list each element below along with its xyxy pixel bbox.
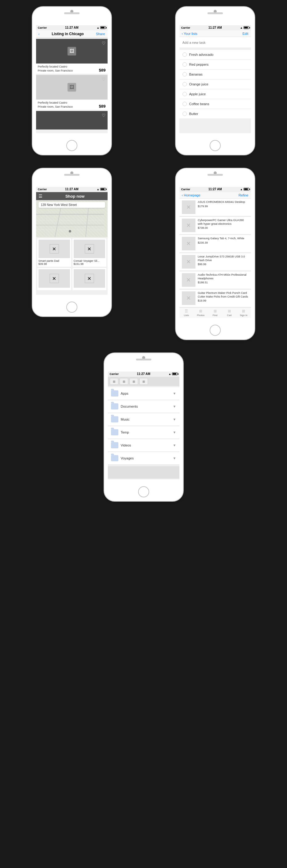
list-item-4[interactable]: Apple juice — [180, 89, 251, 99]
folder-name-videos: Videos — [121, 443, 131, 447]
carrier-text: Carrier — [38, 26, 47, 29]
heart-button-3[interactable]: ♡ — [102, 113, 106, 118]
listing-name-1: Perfectly located Castro — [38, 65, 73, 69]
shop-item-3[interactable]: ✕ Lexar JumpDrive S73 256GB USB 3.0 Flas… — [180, 253, 251, 271]
add-task-input[interactable] — [183, 41, 248, 44]
status-icons-2: ▲ — [240, 26, 249, 29]
file-tool-btn-2[interactable]: ⊞ — [129, 378, 138, 385]
product-card-2[interactable]: ✕ — [37, 268, 71, 290]
shop-item-info-0: ASUS CHROMEBOX-M004U Desktop $179.99 — [198, 200, 249, 208]
list-item-0[interactable]: Fresh advocado — [180, 50, 251, 59]
checkbox-0[interactable] — [183, 53, 187, 57]
heart-button-2[interactable]: ♡ — [102, 77, 106, 82]
chevron-videos: ▼ — [173, 443, 176, 447]
item-label-2: Bananas — [189, 72, 202, 76]
refine-button[interactable]: Refine — [238, 193, 249, 197]
shop-item-info-5: Guitar Plectrum Maker Pick Punch Card Cu… — [198, 291, 249, 302]
folder-icon-documents — [111, 403, 118, 409]
shop-item-img-4: ✕ — [182, 273, 195, 287]
shop-item-name-1: CyberpowerPC Gamer Ultra GUA390 with hyp… — [198, 219, 249, 226]
list-item-2[interactable]: Bananas — [180, 70, 251, 79]
carrier-text-2: Carrier — [181, 26, 191, 29]
wifi-icon-4: ▲ — [240, 188, 243, 191]
folder-documents[interactable]: Documents ▼ — [108, 400, 180, 412]
shop-item-5[interactable]: ✕ Guitar Plectrum Maker Pick Punch Card … — [180, 289, 251, 307]
list-item-1[interactable]: Red peppers — [180, 60, 251, 69]
folder-temp-left: Temp — [111, 429, 129, 435]
share-button[interactable]: Share — [96, 32, 105, 36]
checkbox-2[interactable] — [183, 72, 187, 76]
back-button-4[interactable]: ‹ Homepage — [182, 193, 201, 197]
add-task-row[interactable] — [180, 37, 251, 48]
back-button[interactable]: ‹ — [38, 32, 40, 36]
checkbox-4[interactable] — [183, 92, 187, 96]
folder-icon-videos — [111, 442, 118, 448]
listing-image-1: 🖼 ♡ — [36, 39, 107, 64]
shop-item-0[interactable]: ✕ ASUS CHROMEBOX-M004U Desktop $179.99 — [180, 198, 251, 216]
list-item-3[interactable]: Orange juice — [180, 80, 251, 89]
checkbox-3[interactable] — [183, 82, 187, 86]
product-card-1[interactable]: ✕ Corsair Voyager Sli... $151.98 — [72, 238, 106, 267]
product-card-0[interactable]: ✕ Smart pants Dad $39.98 — [37, 238, 71, 267]
listing-card-1[interactable]: 🖼 ♡ Perfectly located Castro Private roo… — [36, 39, 107, 74]
file-tool-btn-1[interactable]: ⊞ — [120, 378, 128, 385]
tab-cart[interactable]: ⊞ Cart — [222, 309, 236, 317]
back-button-2[interactable]: ‹ Your lists — [182, 32, 198, 35]
home-button[interactable] — [66, 140, 77, 151]
listing-card-3[interactable]: ♡ — [36, 111, 107, 129]
product-img-placeholder-3: ✕ — [85, 274, 94, 283]
shop-item-4[interactable]: ✕ Audio-Technica ATH-M50x Professional H… — [180, 271, 251, 289]
file-tool-btn-3[interactable]: ⊞ — [139, 378, 148, 385]
carrier-text-5: Carrier — [110, 372, 119, 376]
heart-button-1[interactable]: ♡ — [102, 41, 106, 45]
hamburger-icon[interactable]: ☰ — [38, 194, 42, 198]
folder-apps[interactable]: Apps ▼ — [108, 387, 180, 400]
shop-item-img-5: ✕ — [182, 291, 195, 305]
folder-videos[interactable]: Videos ▼ — [108, 439, 180, 452]
folder-music[interactable]: Music ▼ — [108, 413, 180, 426]
folder-name-apps: Apps — [121, 392, 129, 395]
file-tool-btn-0[interactable]: ⊞ — [110, 378, 118, 385]
tab-signin[interactable]: ⊞ Sign In — [236, 309, 251, 317]
status-bar-3: Carrier 11:27 AM ▲ — [36, 187, 107, 191]
status-icons-4: ▲ — [240, 188, 249, 191]
tab-lists[interactable]: ☰ Lists — [180, 309, 194, 317]
listing-image-3: ♡ — [36, 111, 107, 129]
product-card-3[interactable]: ✕ — [72, 268, 106, 290]
listing-card-2[interactable]: 🖼 ♡ Perfectly located Castro Private roo… — [36, 75, 107, 110]
list-item-5[interactable]: Coffee beans — [180, 99, 251, 108]
item-label-4: Apple juice — [189, 92, 206, 96]
status-icons: ▲ — [97, 26, 106, 29]
home-button-4[interactable] — [210, 325, 221, 336]
product-img-placeholder-1: ✕ — [85, 244, 94, 253]
shop-nav: ☰ Shop now — [36, 192, 107, 200]
chevron-voyages: ▼ — [173, 456, 176, 460]
tab-photos[interactable]: ⊞ Photos — [194, 309, 208, 317]
checkbox-1[interactable] — [183, 62, 187, 67]
checkbox-5[interactable] — [183, 102, 187, 106]
home-button-2[interactable] — [210, 140, 221, 151]
folder-music-left: Music — [111, 416, 130, 423]
checkbox-6[interactable] — [183, 112, 187, 116]
time-text: 11:27 AM — [65, 26, 78, 29]
listing-name-2: Perfectly located Castro — [38, 101, 73, 105]
listing-price-1: $89 — [99, 68, 106, 72]
screen-shop: Carrier 11:27 AM ▲ ☰ Shop now — [36, 187, 107, 295]
folder-temp[interactable]: Temp ▼ — [108, 426, 180, 438]
folder-voyages[interactable]: Voyages ▼ — [108, 452, 180, 464]
home-button-3[interactable] — [66, 302, 77, 313]
item-label-1: Red peppers — [189, 63, 209, 66]
list-item-6[interactable]: Butter — [180, 109, 251, 118]
status-icons-5: ▲ — [169, 372, 178, 376]
home-button-5[interactable] — [138, 486, 149, 497]
map-area[interactable]: 139 New York West Street — [36, 200, 107, 237]
cart-icon: ⊞ — [228, 309, 231, 313]
shop-item-1[interactable]: ✕ CyberpowerPC Gamer Ultra GUA390 with h… — [180, 217, 251, 234]
tab-find[interactable]: ⊞ Find — [208, 309, 222, 317]
product-img-2: ✕ — [38, 269, 70, 288]
map-search-bar[interactable]: 139 New York West Street — [38, 202, 105, 208]
battery-icon-5 — [172, 372, 178, 375]
edit-button[interactable]: Edit — [243, 32, 249, 35]
shop-item-2[interactable]: ✕ Samsung Galaxy Tab 4, 7-Inch, White $2… — [180, 235, 251, 252]
nav-bar-2: ‹ Your lists Edit — [180, 31, 251, 37]
